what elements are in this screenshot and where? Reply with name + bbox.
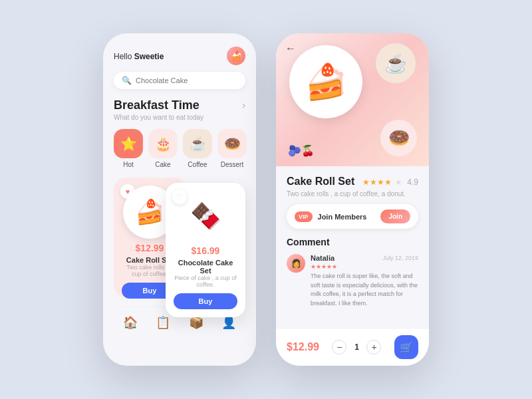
category-dessert[interactable]: 🍩 Dessert	[217, 129, 247, 168]
hello-label: Hello Sweetie	[114, 52, 164, 61]
category-coffee-label: Coffee	[188, 161, 207, 168]
vip-badge: VIP	[295, 211, 313, 222]
comment-title: Comment	[287, 237, 418, 247]
bottom-price: $12.99	[287, 341, 319, 353]
search-bar[interactable]: 🔍	[114, 72, 245, 89]
section-subtitle: What do you want to eat today	[114, 114, 203, 121]
cake-icon: 🎂	[148, 129, 178, 158]
comment-date: July 12, 2019	[382, 255, 418, 261]
search-input[interactable]	[136, 76, 237, 84]
header: Hello Sweetie 🍰	[114, 47, 245, 65]
category-cake-label: Cake	[155, 161, 170, 168]
commenter-avatar: 👩	[287, 254, 305, 273]
coffee-icon: ☕	[183, 129, 212, 158]
commenter-name: Natalia	[311, 254, 334, 262]
category-dessert-label: Dessert	[221, 161, 243, 168]
chevron-right-icon[interactable]: ›	[242, 100, 245, 110]
hot-icon: ⭐	[114, 129, 143, 158]
categories: ⭐ Hot 🎂 Cake ☕ Coffee 🍩 Dessert	[114, 129, 245, 168]
user-name: Sweetie	[134, 52, 164, 61]
category-hot[interactable]: ⭐ Hot	[114, 129, 143, 168]
coffee-image: ☕	[376, 43, 416, 83]
product-description: Two cake rolls , a cup of coffee, a donu…	[287, 190, 418, 198]
nav-category[interactable]: 📋	[156, 315, 170, 330]
right-phone: ← 🍰 ☕ 🍩 🫐🍒 Cake Roll Set ★★★★ ★ 4.9 Two …	[276, 33, 429, 366]
product-content: Cake Roll Set ★★★★ ★ 4.9 Two cake rolls …	[276, 166, 429, 317]
decrease-qty-button[interactable]: −	[332, 340, 346, 354]
avatar[interactable]: 🍰	[227, 47, 245, 65]
product-hero-image: ← 🍰 ☕ 🍩 🫐🍒	[276, 33, 429, 166]
card2-name: Chocolate Cake Set	[174, 259, 237, 275]
comment-item: 👩 Natalia July 12, 2019 ★★★★★ The cake r…	[287, 254, 418, 308]
category-hot-label: Hot	[123, 161, 134, 168]
product-stars: ★★★★	[362, 178, 392, 187]
category-cake[interactable]: 🎂 Cake	[148, 129, 178, 168]
back-button[interactable]: ←	[285, 43, 296, 55]
product-name: Cake Roll Set	[287, 176, 354, 188]
half-star: ★	[395, 178, 402, 187]
nav-home[interactable]: 🏠	[123, 315, 138, 330]
plate-image: 🍰	[289, 45, 362, 118]
left-phone: Hello Sweetie 🍰 🔍 Breakfast Time What do…	[103, 33, 256, 366]
buy-button-2[interactable]: Buy	[174, 293, 237, 309]
donut-image: 🍩	[380, 120, 417, 156]
search-icon: 🔍	[122, 76, 132, 85]
card2-desc: Piece of cake , a cup of coffee.	[174, 275, 237, 288]
bottom-bar: $12.99 − 1 + 🛒	[276, 328, 429, 366]
berries-decoration: 🫐🍒	[288, 144, 315, 157]
dessert-icon: 🍩	[217, 129, 247, 158]
quantity-control: − 1 +	[332, 340, 381, 354]
product-header: Cake Roll Set ★★★★ ★ 4.9	[287, 176, 418, 188]
rating-block: ★★★★ ★ 4.9	[362, 176, 418, 188]
join-button[interactable]: Join	[380, 209, 410, 223]
quantity-display: 1	[352, 342, 361, 352]
nav-profile[interactable]: 👤	[221, 315, 236, 330]
section-title: Breakfast Time	[114, 98, 203, 112]
card-choc-cake: ♡ 🍫 $16.99 Chocolate Cake Set Piece of c…	[166, 183, 245, 317]
add-to-cart-button[interactable]: 🛒	[394, 335, 418, 359]
cards-row: ♥ 🍰 $12.99 Cake Roll Set Two cake rolls …	[114, 178, 245, 297]
nav-order[interactable]: 📦	[189, 315, 203, 330]
join-members-text: Join Members	[318, 213, 376, 221]
comment-text: The cake roll is super like, the soft an…	[311, 272, 418, 308]
section-header: Breakfast Time What do you want to eat t…	[114, 98, 245, 129]
category-coffee[interactable]: ☕ Coffee	[183, 129, 212, 168]
card2-price: $16.99	[174, 245, 237, 256]
comment-body: Natalia July 12, 2019 ★★★★★ The cake rol…	[311, 254, 418, 308]
comment-stars: ★★★★★	[311, 263, 418, 270]
heart-button-2[interactable]: ♡	[172, 190, 187, 204]
increase-qty-button[interactable]: +	[366, 340, 381, 354]
greeting-text: Hello Sweetie	[114, 50, 164, 62]
comment-row: Natalia July 12, 2019	[311, 254, 418, 262]
vip-banner: VIP Join Members Join	[287, 204, 418, 229]
rating-number: 4.9	[407, 178, 418, 187]
